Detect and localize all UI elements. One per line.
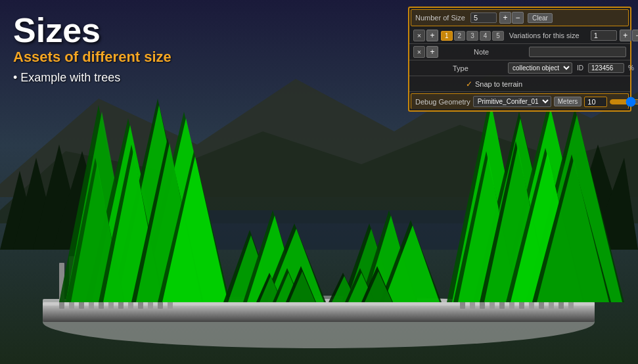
debug-row: Debug Geometry Primitive_Conifer_01 Mete… [411,93,629,109]
size-tabs: 1 2 3 4 5 [441,31,504,41]
tab-5[interactable]: 5 [492,31,504,41]
bullet-point: • Example with trees [13,71,171,85]
snap-row: ✓ Snap to terrain [409,76,630,92]
x-button-1[interactable]: × [413,30,425,41]
variations-label: Variations for this size [509,32,588,39]
meters-input[interactable] [584,97,607,107]
note-row: × + Note [409,44,630,60]
snap-label: Snap to terrain [475,80,522,88]
clear-button-size[interactable]: Clear [528,13,553,23]
plus-button-var[interactable]: + [620,30,631,41]
tab-1[interactable]: 1 [441,31,453,41]
meters-label-btn: Meters [554,97,582,106]
meters-slider[interactable] [610,99,638,104]
minus-button-var[interactable]: − [632,30,638,41]
text-overlay: Sizes Assets of different size • Example… [13,13,171,85]
number-of-size-input[interactable] [470,12,497,23]
debug-label: Debug Geometry [415,98,470,106]
minus-button-size[interactable]: − [512,12,524,24]
checkmark-icon: ✓ [466,80,472,89]
percent-symbol: % [628,64,634,72]
type-row: Type collection object ID % — [409,60,630,76]
action-buttons: × + [413,30,438,41]
tab-4[interactable]: 4 [480,31,491,41]
plus-button-size[interactable]: + [499,12,511,24]
number-of-size-label: Number of Size [415,14,468,22]
type-label: Type [453,64,505,72]
id-input[interactable] [588,63,624,73]
note-input[interactable] [529,47,626,57]
tabs-row: × + 1 2 3 4 5 Variations for this size +… [409,28,630,44]
page-subtitle: Assets of different size [13,49,171,66]
x-button-2[interactable]: × [413,46,425,58]
number-of-size-row: Number of Size + − Clear [411,9,629,26]
page-title: Sizes [13,13,171,47]
add-button-2[interactable]: + [426,46,438,58]
plus-minus-group: + − [499,12,524,24]
id-label: ID [577,64,583,72]
note-label: Note [474,48,526,56]
geometry-select[interactable]: Primitive_Conifer_01 [473,96,551,107]
plus-minus-variations: + − [620,30,638,41]
action-buttons-2: × + [413,46,438,58]
add-button-1[interactable]: + [426,30,438,41]
control-panel: Number of Size + − Clear × + 1 2 3 4 5 V… [408,7,631,112]
tab-3[interactable]: 3 [467,31,478,41]
type-select[interactable]: collection object [508,62,572,74]
tab-2[interactable]: 2 [454,31,466,41]
variations-input[interactable] [591,30,617,41]
